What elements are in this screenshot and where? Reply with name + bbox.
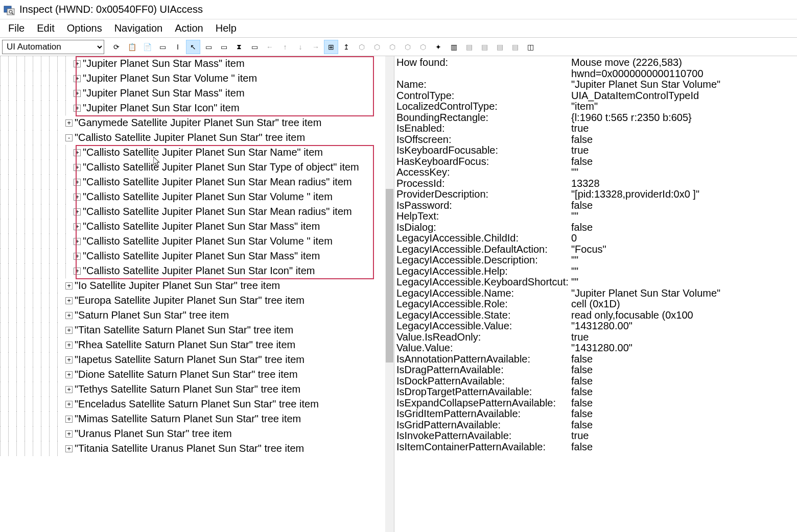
expand-icon[interactable]: +	[74, 223, 81, 230]
nav-up-icon: ↑	[278, 40, 292, 54]
menu-help[interactable]: Help	[209, 20, 243, 36]
expand-icon[interactable]: +	[65, 430, 73, 438]
tree-item[interactable]: +"Jupiter Planet Sun Star Icon" item	[0, 101, 359, 115]
expand-icon[interactable]: +	[65, 282, 73, 289]
cursor-icon[interactable]: ↖	[186, 40, 200, 54]
tree-item[interactable]: +"Titania Satellite Uranus Planet Sun St…	[0, 441, 359, 456]
property-key: LegacyIAccessible.ChildId:	[396, 232, 571, 244]
expand-icon[interactable]: +	[74, 149, 81, 156]
expand-icon[interactable]: +	[65, 327, 73, 334]
expand-icon[interactable]: +	[74, 268, 81, 275]
menu-file[interactable]: File	[2, 20, 31, 36]
menu-action[interactable]: Action	[169, 20, 209, 36]
menu-navigation[interactable]: Navigation	[108, 20, 169, 36]
tree-item[interactable]: +"Jupiter Planet Sun Star Volume " item	[0, 71, 359, 86]
tree-icon[interactable]: ⊞	[324, 40, 338, 54]
tree-item[interactable]: +"Saturn Planet Sun Star" tree item	[0, 308, 359, 323]
tree-item[interactable]: +"Europa Satellite Jupiter Planet Sun St…	[0, 293, 359, 308]
tree-item[interactable]: +"Io Satellite Jupiter Planet Sun Star" …	[0, 278, 359, 293]
tree-item[interactable]: +"Callisto Satellite Jupiter Planet Sun …	[0, 219, 359, 234]
rectangle-icon[interactable]: ▭	[155, 40, 170, 54]
expand-icon[interactable]: +	[74, 75, 81, 82]
tree-item-label: "Mimas Satellite Saturn Planet Sun Star"…	[75, 413, 301, 425]
expand-icon[interactable]: +	[74, 194, 81, 201]
tree-scrollbar[interactable]	[385, 56, 394, 532]
mode-select[interactable]: UI Automation	[2, 40, 104, 54]
expand-icon[interactable]: +	[74, 253, 81, 260]
expand-icon[interactable]: +	[74, 105, 81, 112]
tree-item[interactable]: +"Jupiter Planet Sun Star Mass" item	[0, 56, 359, 71]
tree-item-label: "Callisto Satellite Jupiter Planet Sun S…	[83, 206, 352, 217]
tree-item[interactable]: +"Callisto Satellite Jupiter Planet Sun …	[0, 249, 359, 263]
expand-icon[interactable]: +	[65, 312, 73, 319]
refresh-icon[interactable]: ⟳	[109, 40, 124, 54]
tree-item[interactable]: +"Callisto Satellite Jupiter Planet Sun …	[0, 204, 359, 219]
property-value: hwnd=0x0000000000110700	[571, 68, 704, 80]
expand-icon[interactable]: +	[65, 416, 73, 423]
tree-item[interactable]: +"Enceladus Satellite Saturn Planet Sun …	[0, 397, 359, 412]
property-row: IsExpandCollapsePatternAvailable:false	[396, 398, 795, 409]
properties-pane[interactable]: How found:Mouse move (2226,583)hwnd=0x00…	[394, 56, 797, 532]
tree-item[interactable]: +"Rhea Satellite Saturn Planet Sun Star"…	[0, 337, 359, 352]
tree-item[interactable]: +"Dione Satellite Saturn Planet Sun Star…	[0, 367, 359, 382]
tree-item[interactable]: -"Callisto Satellite Jupiter Planet Sun …	[0, 130, 359, 145]
tree-pane[interactable]: +"Jupiter Planet Sun Star Mass" item+"Ju…	[0, 56, 394, 532]
tree-item[interactable]: +"Callisto Satellite Jupiter Planet Sun …	[0, 234, 359, 249]
expand-icon[interactable]: +	[65, 371, 73, 378]
expand-icon[interactable]: +	[65, 119, 73, 127]
property-key: LegacyIAccessible.KeyboardShortcut:	[396, 276, 571, 288]
tooltip-icon[interactable]: ▭	[201, 40, 216, 54]
property-key: IsGridPatternAvailable:	[396, 419, 571, 431]
tree-item[interactable]: +"Callisto Satellite Jupiter Planet Sun …	[0, 160, 359, 175]
expand-icon[interactable]: +	[65, 342, 73, 349]
menu-edit[interactable]: Edit	[31, 20, 60, 36]
menu-options[interactable]: Options	[61, 20, 108, 36]
parent-icon[interactable]: ↥	[339, 40, 354, 54]
window-icon[interactable]: ◫	[523, 40, 537, 54]
tree-item[interactable]: +"Callisto Satellite Jupiter Planet Sun …	[0, 263, 359, 278]
caret-icon[interactable]: I	[171, 40, 185, 54]
tree-item[interactable]: +"Tethys Satellite Saturn Planet Sun Sta…	[0, 382, 359, 397]
property-row: LocalizedControlType:"item"	[396, 101, 795, 112]
menubar: FileEditOptionsNavigationActionHelp	[0, 19, 797, 38]
highlight2-icon[interactable]: ▭	[247, 40, 262, 54]
expand-icon[interactable]: +	[74, 60, 81, 67]
app-icon	[3, 4, 15, 16]
tree-item[interactable]: +"Ganymede Satellite Jupiter Planet Sun …	[0, 115, 359, 130]
property-value: false	[571, 353, 593, 365]
collapse-icon[interactable]: -	[65, 134, 73, 141]
tree-item[interactable]: +"Callisto Satellite Jupiter Planet Sun …	[0, 189, 359, 204]
expand-icon[interactable]: +	[74, 179, 81, 186]
expand-icon[interactable]: +	[74, 208, 81, 215]
expand-icon[interactable]: +	[65, 297, 73, 304]
focus-icon[interactable]: ✦	[431, 40, 446, 54]
expand-icon[interactable]: +	[65, 445, 73, 452]
tree-item-label: "Iapetus Satellite Saturn Planet Sun Sta…	[75, 354, 304, 366]
expand-icon[interactable]: +	[74, 90, 81, 97]
tree-item[interactable]: +"Uranus Planet Sun Star" tree item	[0, 426, 359, 441]
tree-item[interactable]: +"Iapetus Satellite Saturn Planet Sun St…	[0, 352, 359, 367]
expand-icon[interactable]: +	[74, 164, 81, 171]
tree-item[interactable]: +"Callisto Satellite Jupiter Planet Sun …	[0, 175, 359, 189]
property-value: "[pid:13328,providerId:0x0 ]"	[571, 188, 699, 200]
tree-item[interactable]: +"Jupiter Planet Sun Star Mass" item	[0, 86, 359, 101]
property-row: ControlType:UIA_DataItemControlTypeId	[396, 90, 795, 102]
misc1-icon: ▤	[462, 40, 476, 54]
highlight-icon[interactable]: ▭	[217, 40, 231, 54]
tree-item[interactable]: +"Callisto Satellite Jupiter Planet Sun …	[0, 145, 359, 160]
tree-item-label: "Tethys Satellite Saturn Planet Sun Star…	[75, 383, 300, 395]
tree-item-label: "Saturn Planet Sun Star" tree item	[75, 309, 229, 321]
property-value: ""	[571, 265, 578, 277]
expand-icon[interactable]: +	[65, 401, 73, 408]
copy-icon[interactable]: 📋	[125, 40, 139, 54]
property-key: IsEnabled:	[396, 123, 571, 134]
expand-icon[interactable]: +	[65, 386, 73, 393]
expand-icon[interactable]: +	[74, 238, 81, 245]
expand-icon[interactable]: +	[65, 356, 73, 364]
timer-icon[interactable]: ⧗	[232, 40, 246, 54]
next-sibling-icon: ⬡	[370, 40, 384, 54]
options-icon[interactable]: 📄	[140, 40, 154, 54]
tree-item[interactable]: +"Titan Satellite Saturn Planet Sun Star…	[0, 323, 359, 337]
tree-item[interactable]: +"Mimas Satellite Saturn Planet Sun Star…	[0, 412, 359, 426]
watch-icon[interactable]: ▥	[447, 40, 461, 54]
